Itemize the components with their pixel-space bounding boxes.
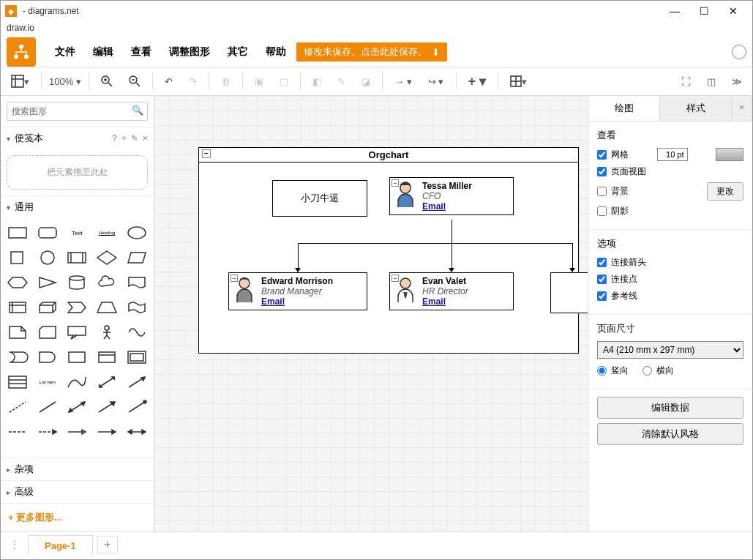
menu-help[interactable]: 帮助 — [258, 41, 293, 63]
clear-style-button[interactable]: 清除默认风格 — [597, 423, 743, 445]
shape-diamond[interactable] — [94, 247, 120, 268]
shape-conn3[interactable] — [64, 422, 90, 442]
shape-document[interactable] — [124, 272, 149, 293]
background-change-button[interactable]: 更改 — [707, 182, 743, 201]
menu-edit[interactable]: 编辑 — [86, 41, 121, 63]
save-banner[interactable]: 修改未保存。点击此处保存。 ⬇ — [296, 42, 447, 61]
search-icon[interactable]: 🔍 — [132, 105, 143, 116]
scratchpad-close-icon[interactable]: × — [143, 133, 148, 143]
shape-tape[interactable] — [124, 297, 149, 318]
minimize-button[interactable]: — — [660, 5, 689, 17]
shape-cube[interactable] — [35, 297, 61, 318]
grid-color-swatch[interactable] — [716, 148, 743, 161]
zoom-value[interactable]: 100% — [49, 76, 73, 87]
background-checkbox[interactable] — [597, 187, 607, 196]
canvas[interactable]: − Orgchart 小刀牛逼 − Tessa Miller CFO Email — [154, 96, 588, 531]
shape-dir-arrow[interactable] — [94, 397, 120, 417]
conn-points-checkbox[interactable] — [597, 275, 607, 284]
page-tab-1[interactable]: Page-1 — [28, 535, 93, 556]
waypoint-button[interactable]: ↪ ▾ — [424, 73, 449, 90]
shape-label[interactable]: List Item — [35, 372, 61, 392]
fullscreen-button[interactable]: ⛶ — [677, 73, 695, 90]
email-link[interactable]: Email — [422, 296, 468, 307]
node-hr-director[interactable]: − Evan Valet HR Director Email — [389, 272, 514, 310]
tab-style[interactable]: 样式 — [660, 96, 732, 121]
shape-cloud[interactable] — [94, 272, 120, 293]
shape-circle[interactable] — [35, 247, 61, 268]
shape-text[interactable]: Text — [64, 223, 90, 243]
table-button[interactable]: ▾ — [506, 72, 531, 90]
shape-bidir-thick[interactable] — [64, 397, 90, 417]
collapse-button[interactable]: ≫ — [727, 73, 746, 90]
search-input[interactable] — [7, 102, 148, 121]
scratchpad-add-icon[interactable]: + — [121, 133, 127, 143]
shape-conn4[interactable] — [94, 422, 120, 442]
zoom-dropdown-icon[interactable]: ▾ — [76, 76, 81, 87]
delete-button[interactable]: 🗑 — [217, 73, 235, 90]
collapse-icon[interactable]: − — [202, 149, 211, 158]
landscape-radio[interactable] — [643, 366, 652, 376]
node-partial[interactable] — [550, 272, 588, 313]
shape-rounded-rect[interactable] — [35, 223, 61, 243]
shape-trapezoid[interactable] — [94, 297, 120, 318]
shape-hexagon[interactable] — [5, 272, 31, 293]
close-button[interactable]: ✕ — [719, 5, 748, 17]
tab-close[interactable]: × — [732, 96, 752, 121]
scratchpad-header[interactable]: ▾ 便笺本 ? + ✎ × — [1, 127, 154, 149]
shape-line[interactable] — [35, 397, 61, 417]
shape-square[interactable] — [5, 247, 31, 268]
shape-double-rect[interactable] — [124, 347, 149, 367]
shape-conn1[interactable] — [5, 422, 31, 442]
view-toggle-button[interactable]: ▾ — [7, 72, 34, 91]
portrait-radio[interactable] — [597, 366, 607, 376]
shape-dashed-line[interactable] — [5, 397, 31, 417]
shadow-button[interactable]: ◪ — [357, 73, 375, 90]
shape-triangle[interactable] — [35, 272, 61, 293]
redo-button[interactable]: ↷ — [184, 73, 201, 90]
shape-actor[interactable] — [94, 322, 120, 343]
line-color-button[interactable]: ✎ — [333, 73, 350, 90]
page-view-checkbox[interactable] — [597, 167, 607, 176]
language-icon[interactable] — [732, 45, 746, 59]
collapse-icon[interactable]: − — [392, 275, 399, 282]
menu-view[interactable]: 查看 — [124, 41, 159, 63]
node-cfo[interactable]: − Tessa Miller CFO Email — [389, 177, 514, 215]
paper-size-select[interactable]: A4 (210 mm x 297 mm) — [597, 341, 743, 359]
scratchpad-drop-zone[interactable]: 把元素拖至此处 — [7, 155, 148, 190]
shape-link[interactable] — [124, 397, 149, 417]
add-page-button[interactable]: + — [97, 536, 118, 553]
more-shapes-button[interactable]: + 更多图形... — [1, 503, 154, 531]
collapse-icon[interactable]: − — [392, 179, 399, 187]
shape-data-store[interactable] — [64, 347, 90, 367]
shape-callout[interactable] — [64, 322, 90, 343]
shape-container[interactable] — [94, 347, 120, 367]
node-brand-manager[interactable]: − Edward Morrison Brand Manager Email — [228, 272, 367, 310]
shape-curve[interactable] — [64, 372, 90, 392]
shape-conn5[interactable] — [124, 422, 149, 442]
shape-bidir-arrow[interactable] — [94, 372, 120, 392]
shape-list[interactable] — [5, 372, 31, 392]
zoom-out-button[interactable] — [124, 72, 145, 90]
scratchpad-help[interactable]: ? — [112, 133, 117, 143]
misc-header[interactable]: ▸ 杂项 — [1, 458, 154, 480]
shape-rectangle[interactable] — [5, 223, 31, 243]
shape-parallelogram[interactable] — [124, 247, 149, 268]
collapse-icon[interactable]: − — [231, 275, 238, 282]
shape-or[interactable] — [5, 347, 31, 367]
grid-checkbox[interactable] — [597, 150, 607, 160]
to-back-button[interactable]: ▢ — [275, 73, 293, 90]
maximize-button[interactable]: ☐ — [689, 5, 719, 17]
zoom-in-button[interactable] — [97, 72, 117, 90]
pages-handle-icon[interactable]: ⋮ — [5, 539, 23, 550]
grid-size-input[interactable] — [657, 148, 688, 161]
format-panel-button[interactable]: ◫ — [703, 73, 720, 90]
shape-internal-storage[interactable] — [5, 297, 31, 318]
menu-file[interactable]: 文件 — [48, 41, 83, 63]
email-link[interactable]: Email — [261, 296, 333, 307]
undo-button[interactable]: ↶ — [160, 73, 177, 90]
shape-arrow[interactable] — [124, 372, 149, 392]
fill-color-button[interactable]: ◧ — [308, 73, 326, 90]
logo[interactable] — [7, 37, 36, 67]
node-simple[interactable]: 小刀牛逼 — [272, 180, 367, 217]
connection-button[interactable]: → ▾ — [390, 73, 416, 90]
